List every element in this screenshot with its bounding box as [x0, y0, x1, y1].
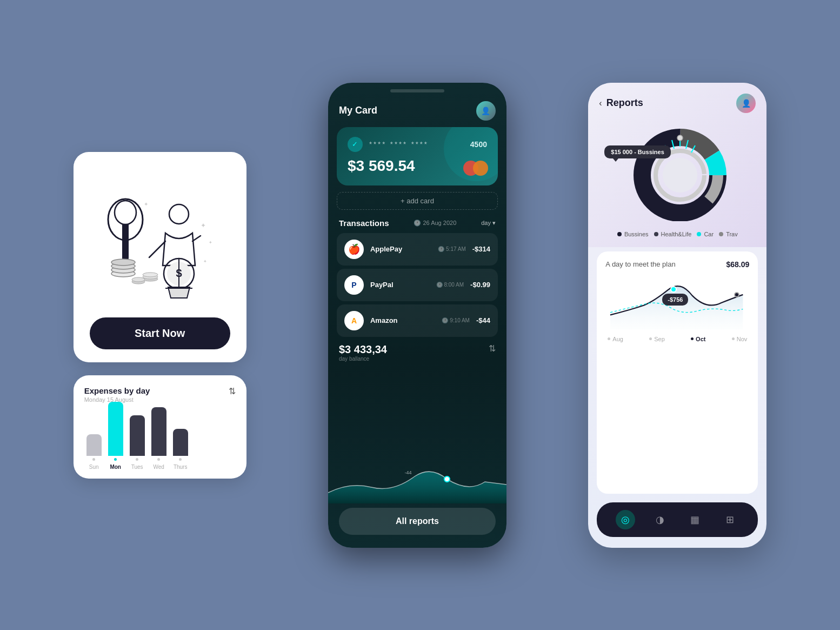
chart-dot-dark — [734, 292, 739, 297]
nav-wallet-icon[interactable]: ◑ — [650, 510, 670, 529]
reports-phone: ‹ Reports 👤 $15 000 - Bussines — [588, 83, 766, 548]
main-scene: $ ✦ ✦ ✦ ✦ — [0, 0, 840, 630]
label-tues: Tues — [131, 464, 143, 470]
bar-item-tues: Tues — [130, 415, 145, 470]
svg-point-7 — [169, 204, 189, 224]
bar-item-mon: Mon — [108, 402, 123, 470]
plan-text: A day to meet the plan — [605, 260, 675, 268]
dot-thurs — [179, 458, 182, 461]
transactions-date: 🕐 26 Aug 2020 — [414, 220, 456, 227]
wave-area: -44 — [328, 364, 506, 503]
trans-amount-applepay: -$314 — [472, 245, 490, 253]
legend-label-travel: Trav — [726, 231, 738, 237]
chart-legend: Bussines Health&Life Car Trav — [588, 227, 766, 242]
dot-sun — [92, 458, 95, 461]
applepay-logo: 🍎 — [344, 240, 364, 259]
transactions-filter[interactable]: day ▾ — [481, 220, 496, 227]
transaction-item[interactable]: 🍎 ApplePay 🕐 5:17 AM -$314 — [337, 233, 498, 266]
chart-tooltip-dark: -$756 — [662, 294, 688, 306]
svg-text:✦: ✦ — [144, 201, 148, 207]
day-balance-amount: $3 433,34 — [339, 343, 387, 356]
chart-dot-teal — [670, 286, 677, 293]
reports-title: Reports — [606, 97, 643, 109]
check-icon: ✓ — [348, 137, 363, 152]
mc-circle-orange — [473, 161, 488, 176]
svg-point-6 — [111, 259, 135, 266]
trans-name-amazon: Amazon — [370, 316, 436, 324]
legend-dot-travel — [719, 232, 723, 236]
mycard-phone-header: My Card 👤 — [328, 92, 506, 125]
bar-sun — [86, 434, 102, 456]
expenses-card-header: Expenses by day Monday 15 August ⇅ — [84, 386, 236, 403]
mycard-avatar: 👤 — [476, 101, 496, 121]
plan-amount: $68.09 — [726, 260, 749, 269]
balance-filter-icon[interactable]: ⇅ — [489, 343, 496, 354]
transaction-list: 🍎 ApplePay 🕐 5:17 AM -$314 P PayPal 🕐 8:… — [328, 233, 506, 337]
trans-amount-amazon: -$44 — [476, 316, 490, 324]
svg-point-29 — [663, 158, 697, 193]
all-reports-button[interactable]: All reports — [339, 508, 496, 535]
svg-text:-44: -44 — [404, 470, 411, 475]
transactions-header: Transactions 🕐 26 Aug 2020 day ▾ — [328, 218, 506, 233]
label-thurs: Thurs — [174, 464, 188, 470]
legend-bussines: Bussines — [617, 231, 649, 237]
illustration-svg: $ ✦ ✦ ✦ ✦ — [95, 174, 225, 303]
filter-icon[interactable]: ⇅ — [229, 386, 236, 396]
bar-chart: Sun Mon Tues Wed — [84, 405, 236, 470]
month-dot-aug — [608, 337, 610, 340]
svg-point-21 — [132, 277, 145, 282]
nav-home-icon[interactable]: ◎ — [616, 510, 635, 529]
start-now-button[interactable]: Start Now — [90, 317, 230, 349]
bar-item-thurs: Thurs — [173, 429, 188, 470]
trans-time-paypal: 🕐 8:00 AM — [436, 282, 464, 288]
bar-mon — [108, 402, 123, 456]
day-balance-section: $3 433,34 day ballance ⇅ — [339, 343, 496, 362]
trans-name-applepay: ApplePay — [370, 245, 431, 253]
dot-tues — [136, 458, 138, 461]
dot-wed — [157, 458, 160, 461]
label-mon: Mon — [110, 464, 121, 470]
trans-time-amazon: 🕐 9:10 AM — [442, 317, 469, 323]
bar-thurs — [173, 429, 188, 456]
nav-briefcase-icon[interactable]: ⊞ — [720, 510, 739, 529]
legend-label-car: Car — [704, 231, 714, 237]
back-button[interactable]: ‹ — [599, 98, 602, 108]
legend-travel: Trav — [719, 231, 738, 237]
trans-name-paypal: PayPal — [370, 281, 430, 289]
mastercard-icon — [463, 161, 488, 176]
svg-text:✦: ✦ — [209, 240, 212, 245]
line-chart-header: A day to meet the plan $68.09 — [605, 260, 749, 269]
illustration-area: $ ✦ ✦ ✦ ✦ — [90, 168, 230, 309]
reports-header: ‹ Reports 👤 — [588, 83, 766, 118]
add-card-button[interactable]: + add card — [337, 192, 498, 210]
mycard-title: My Card — [339, 105, 377, 116]
expenses-card-title-group: Expenses by day Monday 15 August — [84, 386, 150, 403]
card-dots: **** **** **** — [369, 140, 464, 148]
transaction-item[interactable]: P PayPal 🕐 8:00 AM -$0.99 — [337, 269, 498, 301]
month-dot-nov — [732, 337, 735, 340]
donut-chart: $15 000 - Bussines — [588, 118, 766, 227]
bar-wed — [151, 407, 166, 456]
month-oct: Oct — [691, 336, 705, 342]
bar-item-sun: Sun — [86, 434, 102, 470]
transaction-item[interactable]: A Amazon 🕐 9:10 AM -$44 — [337, 304, 498, 337]
svg-text:✦: ✦ — [203, 259, 207, 264]
transactions-title: Transactions — [339, 218, 389, 228]
svg-point-19 — [143, 273, 158, 277]
trans-amount-paypal: -$0.99 — [470, 281, 490, 289]
legend-label-bussines: Bussines — [624, 231, 649, 237]
svg-point-22 — [444, 476, 450, 482]
paypal-logo: P — [344, 275, 364, 295]
amazon-logo: A — [344, 311, 364, 330]
month-dot-oct — [691, 337, 694, 340]
illustration-card: $ ✦ ✦ ✦ ✦ — [74, 152, 246, 362]
label-wed: Wed — [153, 464, 164, 470]
dot-mon — [114, 458, 117, 461]
month-sep: Sep — [649, 336, 665, 342]
nav-calendar-icon[interactable]: ▦ — [685, 510, 705, 529]
card-number-row: ✓ **** **** **** 4500 — [348, 137, 487, 152]
bar-item-wed: Wed — [151, 407, 166, 470]
month-nov: Nov — [732, 336, 748, 342]
legend-dot-bussines — [617, 232, 622, 236]
left-column: $ ✦ ✦ ✦ ✦ — [74, 152, 246, 479]
